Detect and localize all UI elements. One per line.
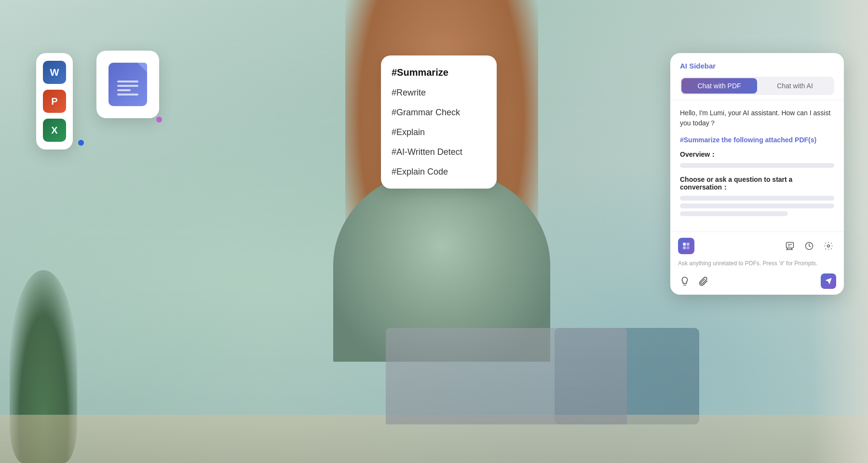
doc-line-2 [117,85,138,87]
pdf-large-icon [108,63,147,106]
conversation-line-2 [680,204,834,208]
ai-sidebar-header: AI Sidebar Chat with PDF Chat with AI [670,53,844,100]
conversation-line-3 [680,211,788,216]
attach-icon-svg [698,276,708,286]
command-explain[interactable]: #Explain [381,123,497,142]
lightbulb-icon-svg [679,276,690,286]
commands-panel: #Summarize #Rewrite #Grammar Check #Expl… [381,55,497,189]
file-icons-panel: W P X [36,53,73,150]
connector-dot-blue [78,140,84,146]
tab-bar: Chat with PDF Chat with AI [680,77,834,95]
greeting-text: Hello, I'm Lumi, your AI assistant. How … [680,108,834,128]
command-summarize[interactable]: #Summarize [381,62,497,83]
doc-line-1 [117,81,138,82]
input-hint: Ask anything unrelated to PDFs. Press '#… [678,259,836,268]
svg-rect-1 [687,243,690,245]
excel-icon-label: X [51,125,57,136]
word-icon-label: W [50,67,59,78]
conversation-label: Choose or ask a question to start a conv… [680,176,834,192]
tab-chat-ai[interactable]: Chat with AI [757,78,833,94]
send-button[interactable] [821,273,836,289]
excel-icon[interactable]: X [43,119,66,142]
input-action-left [678,274,710,288]
command-ai-detect[interactable]: #AI-Written Detect [381,142,497,162]
input-actions-row [678,273,836,289]
pdf-doc-lines [113,70,142,99]
command-grammar[interactable]: #Grammar Check [381,103,497,123]
summarize-prompt-label: #Summarize the following attached PDF(s) [680,136,834,144]
conversation-section: Choose or ask a question to start a conv… [680,176,834,216]
chat-icon-svg [785,241,795,251]
svg-rect-4 [787,243,794,248]
doc-line-3 [117,89,131,91]
doc-line-4 [117,94,138,95]
connector-dot-purple [156,117,162,123]
lumi-icon[interactable] [678,238,694,254]
svg-point-8 [827,245,830,247]
lightbulb-icon[interactable] [678,274,692,288]
pdf-panel [96,51,159,118]
command-explain-code[interactable]: #Explain Code [381,162,497,182]
conversation-line-1 [680,196,834,201]
ppt-icon-label: P [51,96,57,107]
ai-sidebar-footer: Ask anything unrelated to PDFs. Press '#… [670,232,844,295]
overview-section: Overview： [680,150,834,168]
tab-chat-pdf[interactable]: Chat with PDF [681,78,757,94]
powerpoint-icon[interactable]: P [43,90,66,113]
command-rewrite[interactable]: #Rewrite [381,83,497,103]
history-icon[interactable] [801,238,817,254]
utility-icons [782,238,836,254]
footer-icons-row [678,238,836,254]
chat-history-icon[interactable] [782,238,798,254]
settings-icon[interactable] [821,238,836,254]
send-icon-svg [825,277,832,285]
paperclip-icon[interactable] [696,274,710,288]
laptop [386,328,627,424]
svg-rect-2 [683,246,686,249]
ai-sidebar-body: Hello, I'm Lumi, your AI assistant. How … [670,100,844,232]
overview-line-1 [680,163,834,168]
word-icon[interactable]: W [43,61,66,84]
lumi-logo-svg [681,241,691,251]
overview-label: Overview： [680,150,834,159]
clock-icon-svg [804,241,814,251]
ai-sidebar-title: AI Sidebar [680,62,834,70]
gear-icon-svg [824,241,833,251]
ai-sidebar: AI Sidebar Chat with PDF Chat with AI He… [670,53,844,295]
svg-rect-3 [687,246,690,249]
svg-rect-0 [683,243,686,245]
